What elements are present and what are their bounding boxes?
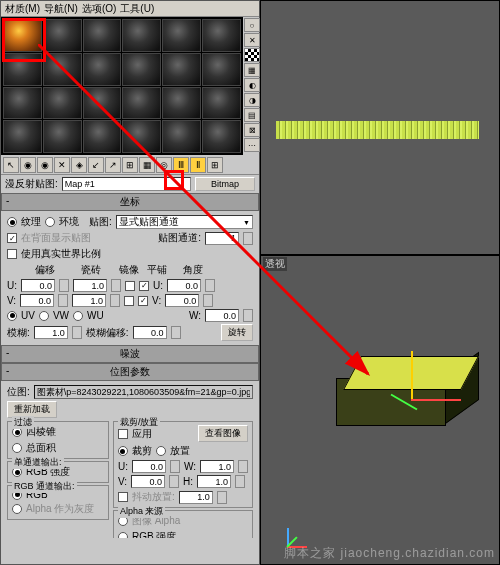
uv-radio[interactable] [7, 311, 17, 321]
crop-radio[interactable] [118, 446, 128, 456]
video-check-icon[interactable]: ◐ [244, 78, 260, 92]
material-slot[interactable] [83, 120, 122, 153]
u-mirror[interactable] [125, 281, 135, 291]
material-slot[interactable] [122, 87, 161, 120]
map-name-input[interactable] [62, 177, 191, 191]
material-slot[interactable] [43, 53, 82, 86]
show-in-viewport-icon[interactable]: ▦ [139, 157, 155, 173]
material-slot[interactable] [162, 87, 201, 120]
make-unique-icon[interactable]: ↙ [88, 157, 104, 173]
get-material-icon[interactable]: ↖ [3, 157, 19, 173]
options-icon[interactable]: ▤ [244, 108, 260, 122]
material-slot[interactable] [162, 120, 201, 153]
viewport-perspective[interactable]: 透视 脚本之家 jiaocheng.chazidian.com [260, 255, 500, 565]
reset-map-icon[interactable]: ✕ [54, 157, 70, 173]
box-object[interactable] [336, 356, 476, 451]
alpha-gray-radio[interactable] [12, 504, 22, 514]
coordinates-rollout-header[interactable]: 坐标 [1, 193, 259, 211]
menu-bar: 材质(M) 导航(N) 选项(O) 工具(U) [1, 1, 259, 17]
go-to-parent-icon[interactable]: Ⅲ [173, 157, 189, 173]
material-slot[interactable] [162, 53, 201, 86]
apply-check[interactable] [118, 429, 128, 439]
place-radio[interactable] [156, 446, 166, 456]
material-map-navigator-icon[interactable]: ⋯ [244, 138, 260, 152]
material-slot[interactable] [202, 53, 241, 86]
u-angle[interactable] [167, 279, 201, 292]
menu-options[interactable]: 选项(O) [82, 2, 116, 15]
material-slot[interactable] [83, 19, 122, 52]
sample-uv-icon[interactable]: ▦ [244, 63, 260, 77]
material-slot[interactable] [202, 87, 241, 120]
put-to-library-icon[interactable]: ↗ [105, 157, 121, 173]
v-mirror[interactable] [124, 296, 134, 306]
rotate-button[interactable]: 旋转 [221, 324, 253, 341]
u-tile[interactable] [73, 279, 107, 292]
map-channel-input[interactable] [205, 232, 239, 245]
map-slot-label: 漫反射贴图: [5, 177, 58, 191]
mapping-dropdown[interactable]: 显式贴图通道 [116, 215, 253, 229]
preview-icon[interactable]: ◑ [244, 93, 260, 107]
wu-radio[interactable] [73, 311, 83, 321]
material-slot[interactable] [83, 87, 122, 120]
select-by-material-icon[interactable]: ⊠ [244, 123, 260, 137]
show-on-back-check[interactable] [7, 233, 17, 243]
put-to-scene-icon[interactable]: ◉ [20, 157, 36, 173]
material-slot[interactable] [3, 87, 42, 120]
bitmap-rollout-header[interactable]: 位图参数 [1, 363, 259, 381]
material-slot[interactable] [3, 120, 42, 153]
material-editor-panel: 材质(M) 导航(N) 选项(O) 工具(U) [0, 0, 260, 565]
menu-materials[interactable]: 材质(M) [5, 2, 40, 15]
material-slot[interactable] [43, 120, 82, 153]
material-slot[interactable] [43, 87, 82, 120]
vw-radio[interactable] [39, 311, 49, 321]
blur-input[interactable] [34, 326, 68, 339]
material-slot[interactable] [162, 19, 201, 52]
material-sample-grid [1, 17, 243, 155]
noise-rollout-header[interactable]: 噪波 [1, 345, 259, 363]
blur-offset-input[interactable] [133, 326, 167, 339]
map-type-button[interactable]: Bitmap [195, 177, 255, 191]
texture-radio[interactable] [7, 217, 17, 227]
jitter-check[interactable] [118, 492, 128, 502]
background-icon[interactable] [244, 48, 260, 62]
material-slot[interactable] [122, 53, 161, 86]
material-slot[interactable] [122, 120, 161, 153]
object-top-view[interactable] [276, 121, 479, 139]
u-tile-check[interactable] [139, 281, 149, 291]
watermark: 脚本之家 jiaocheng.chazidian.com [284, 545, 495, 562]
v-angle[interactable] [165, 294, 199, 307]
environ-radio[interactable] [45, 217, 55, 227]
v-tile[interactable] [72, 294, 106, 307]
viewport-label: 透视 [263, 257, 287, 271]
material-slot[interactable] [3, 53, 42, 86]
material-slot[interactable] [202, 19, 241, 52]
material-slot[interactable] [43, 19, 82, 52]
viewport-top[interactable] [260, 0, 500, 255]
pick-material-icon[interactable]: ⊞ [207, 157, 223, 173]
show-end-result-icon[interactable]: ◎ [156, 157, 172, 173]
real-world-check[interactable] [7, 249, 17, 259]
alpha-rgb-radio[interactable] [118, 532, 128, 538]
v-offset[interactable] [20, 294, 54, 307]
v-tile-check[interactable] [138, 296, 148, 306]
summed-radio[interactable] [12, 443, 22, 453]
sample-type-icon[interactable]: ○ [244, 18, 260, 32]
view-image-button[interactable]: 查看图像 [198, 425, 248, 442]
material-slot-1[interactable] [3, 19, 42, 52]
material-id-icon[interactable]: ⊞ [122, 157, 138, 173]
backlight-icon[interactable]: ✕ [244, 33, 260, 47]
material-slot[interactable] [83, 53, 122, 86]
material-slot[interactable] [202, 120, 241, 153]
material-toolbar: ↖ ◉ ◉ ✕ ◈ ↙ ↗ ⊞ ▦ ◎ Ⅲ Ⅱ ⊞ [1, 155, 259, 175]
menu-navigation[interactable]: 导航(N) [44, 2, 78, 15]
spinner[interactable] [243, 232, 253, 245]
w-angle[interactable] [205, 309, 239, 322]
u-offset[interactable] [21, 279, 55, 292]
bitmap-path-input[interactable] [34, 385, 253, 399]
go-forward-icon[interactable]: Ⅱ [190, 157, 206, 173]
make-copy-icon[interactable]: ◈ [71, 157, 87, 173]
menu-utilities[interactable]: 工具(U) [120, 2, 154, 15]
assign-to-selection-icon[interactable]: ◉ [37, 157, 53, 173]
material-slot[interactable] [122, 19, 161, 52]
